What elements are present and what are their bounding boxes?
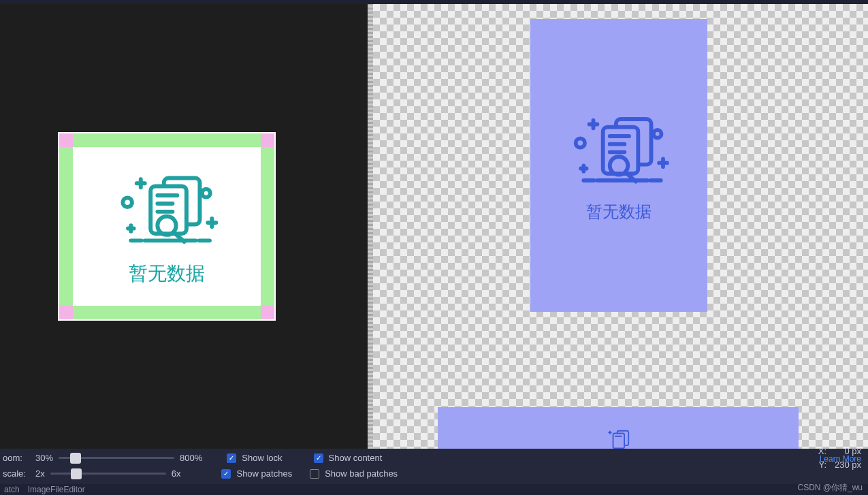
status-editor: ImageFileEditor xyxy=(28,485,85,494)
zoom-value: 30% xyxy=(35,453,53,463)
preview-landscape xyxy=(438,407,799,455)
status-atch: atch xyxy=(4,485,20,494)
show-patches-label: Show patches xyxy=(236,468,292,479)
patch-corner-br xyxy=(261,306,274,319)
nine-patch-image[interactable]: 暂无数据 xyxy=(58,132,276,321)
preview-portrait: 暂无数据 xyxy=(530,19,707,312)
patch-corner-tr xyxy=(261,133,274,147)
zoom-thumb[interactable] xyxy=(70,453,81,464)
scale-slider[interactable] xyxy=(50,469,166,479)
show-bad-patches-checkbox[interactable] xyxy=(310,469,319,479)
document-search-icon xyxy=(109,167,225,255)
document-search-icon xyxy=(561,109,677,194)
svg-point-22 xyxy=(576,138,585,147)
zoom-label: oom: xyxy=(3,453,30,463)
preview-caption: 暂无数据 xyxy=(586,201,652,223)
editor-area: 暂无数据 xyxy=(0,4,868,449)
svg-point-11 xyxy=(202,189,210,197)
panel-divider[interactable] xyxy=(368,4,373,449)
patch-center: 暂无数据 xyxy=(73,147,261,306)
show-bad-patches-label: Show bad patches xyxy=(325,468,398,479)
patch-edge-bottom xyxy=(73,306,261,319)
svg-rect-25 xyxy=(613,434,625,449)
watermark: CSDN @你猜_wu xyxy=(797,482,863,494)
show-lock-checkbox[interactable]: ✓ xyxy=(227,453,236,463)
svg-point-10 xyxy=(123,197,132,207)
patch-edge-right xyxy=(261,147,274,306)
scale-label: scale: xyxy=(3,468,30,479)
zoom-slider[interactable] xyxy=(59,453,174,463)
patch-corner-bl xyxy=(59,306,73,319)
scale-value: 2x xyxy=(35,468,45,479)
status-bar: atch ImageFileEditor xyxy=(0,484,868,495)
svg-point-23 xyxy=(654,129,662,138)
patch-edge-left xyxy=(59,147,73,306)
image-caption: 暂无数据 xyxy=(129,261,205,287)
patch-edge-top xyxy=(73,133,261,147)
show-patches-checkbox[interactable]: ✓ xyxy=(221,469,231,479)
preview-panel[interactable]: 暂无数据 xyxy=(373,4,868,449)
show-lock-label: Show lock xyxy=(242,453,282,463)
scale-max: 6x xyxy=(172,468,181,479)
nine-patch-panel[interactable]: 暂无数据 xyxy=(0,4,368,449)
zoom-max: 800% xyxy=(180,453,202,463)
patch-corner-tl xyxy=(59,133,73,147)
coordinates-readout: X: 0 px Y: 230 px xyxy=(813,445,861,472)
controls-bar: oom: 30% 800% ✓ Show lock ✓ Show content… xyxy=(0,449,868,484)
show-content-checkbox[interactable]: ✓ xyxy=(314,453,323,463)
show-content-label: Show content xyxy=(329,453,383,463)
scale-thumb[interactable] xyxy=(71,468,82,479)
